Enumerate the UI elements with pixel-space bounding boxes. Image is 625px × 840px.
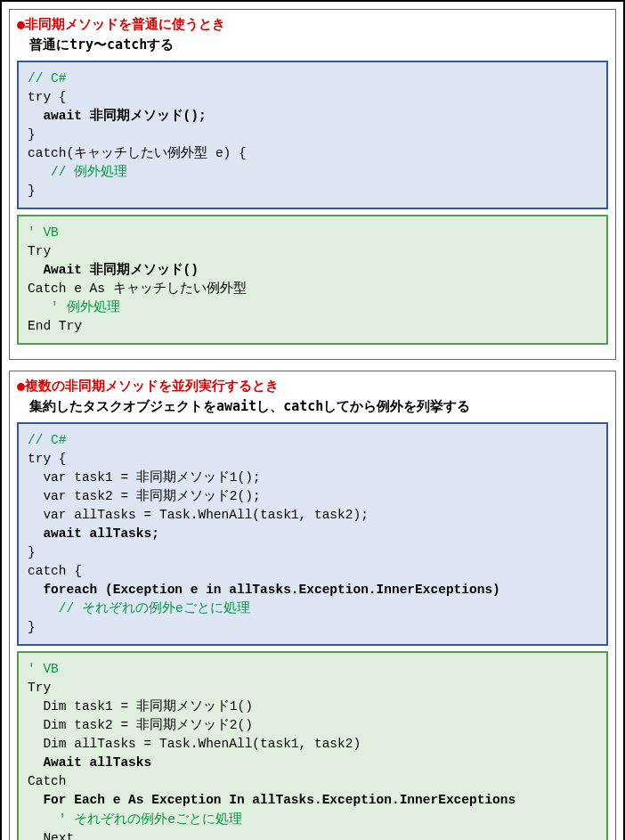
code-line: var task2 = 非同期メソッド2(); — [28, 489, 261, 503]
code-line: ' それぞれの例外eごとに処理 — [28, 812, 242, 827]
code-line: // 例外処理 — [28, 165, 127, 179]
section-2-heading: ●複数の非同期メソッドを並列実行するとき — [17, 377, 608, 395]
code-line: ' VB — [28, 662, 59, 676]
code-line: Catch — [28, 774, 67, 788]
section-1-csharp-code: // C# try { await 非同期メソッド(); } catch(キャッ… — [17, 61, 608, 209]
section-2-subtitle: 集約したタスクオブジェクトをawaitし、catchしてから例外を列挙する — [29, 398, 608, 415]
bullet-icon: ● — [17, 16, 25, 32]
code-line: try { — [28, 90, 67, 104]
code-line: foreach (Exception e in allTasks.Excepti… — [28, 583, 500, 597]
code-line: try { — [28, 452, 67, 466]
code-line: } — [28, 620, 36, 634]
section-1-subtitle: 普通にtry〜catchする — [29, 37, 608, 53]
section-2-csharp-code: // C# try { var task1 = 非同期メソッド1(); var … — [17, 422, 608, 646]
code-line: catch(キャッチしたい例外型 e) { — [28, 146, 247, 160]
code-line: } — [28, 545, 36, 559]
section-2-vb-code: ' VB Try Dim task1 = 非同期メソッド1() Dim task… — [17, 651, 608, 840]
code-line: Dim task2 = 非同期メソッド2() — [28, 718, 253, 732]
code-line: Try — [28, 244, 51, 258]
code-line: End Try — [28, 319, 82, 333]
code-line: For Each e As Exception In allTasks.Exce… — [28, 793, 515, 807]
code-line: Dim allTasks = Task.WhenAll(task1, task2… — [28, 737, 361, 751]
bullet-icon: ● — [17, 378, 25, 394]
code-line: ' VB — [28, 225, 59, 240]
section-1-title: 非同期メソッドを普通に使うとき — [25, 16, 225, 32]
code-line: await allTasks; — [28, 526, 159, 541]
code-line: await 非同期メソッド(); — [28, 109, 207, 123]
code-line: Try — [28, 681, 51, 695]
section-2: ●複数の非同期メソッドを並列実行するとき 集約したタスクオブジェクトをawait… — [9, 371, 616, 840]
code-line: } — [28, 127, 36, 142]
code-line: Await 非同期メソッド() — [28, 263, 199, 277]
code-line: // C# — [28, 433, 67, 447]
section-1-heading: ●非同期メソッドを普通に使うとき — [17, 15, 608, 33]
section-1-vb-code: ' VB Try Await 非同期メソッド() Catch e As キャッチ… — [17, 215, 608, 345]
code-line: Next — [28, 831, 74, 840]
code-line: // C# — [28, 71, 67, 86]
code-line: var allTasks = Task.WhenAll(task1, task2… — [28, 508, 369, 522]
code-line: Catch e As キャッチしたい例外型 — [28, 281, 247, 296]
code-line: ' 例外処理 — [28, 300, 120, 314]
code-line: var task1 = 非同期メソッド1(); — [28, 470, 261, 485]
code-line: catch { — [28, 564, 82, 578]
code-line: // それぞれの例外eごとに処理 — [28, 601, 250, 616]
section-2-title: 複数の非同期メソッドを並列実行するとき — [25, 378, 279, 394]
code-line: } — [28, 183, 36, 198]
section-1: ●非同期メソッドを普通に使うとき 普通にtry〜catchする // C# tr… — [9, 9, 616, 360]
code-line: Dim task1 = 非同期メソッド1() — [28, 699, 253, 714]
code-line: Await allTasks — [28, 755, 151, 770]
